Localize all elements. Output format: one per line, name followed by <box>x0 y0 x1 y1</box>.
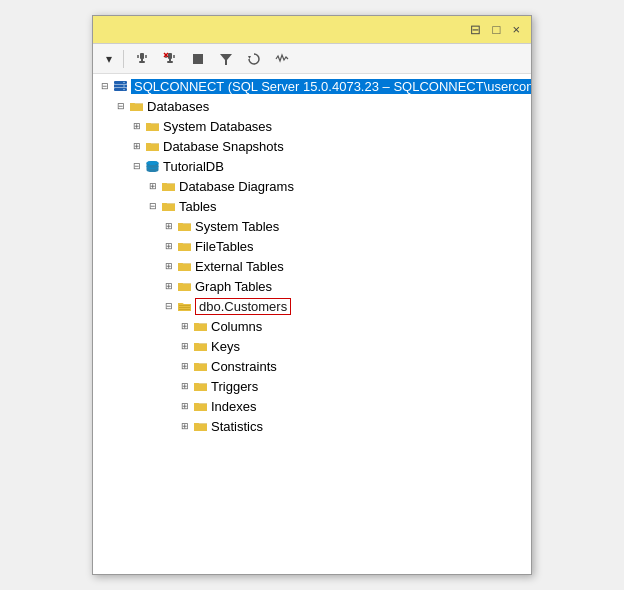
tree-node-triggers[interactable]: Triggers <box>93 376 531 396</box>
tree-node-filetables[interactable]: FileTables <box>93 236 531 256</box>
label-system-tables: System Tables <box>195 219 279 234</box>
svg-rect-2 <box>139 61 145 63</box>
label-triggers: Triggers <box>211 379 258 394</box>
folder-icon <box>193 360 208 373</box>
tree-node-dbo-customers[interactable]: dbo.Customers <box>93 296 531 316</box>
folder-icon <box>177 240 192 253</box>
tree-node-db-diagrams[interactable]: Database Diagrams <box>93 176 531 196</box>
folder-icon <box>177 260 192 273</box>
expander-dbo-customers[interactable] <box>161 301 177 311</box>
disconnect-icon <box>163 52 177 66</box>
title-bar: ⊟ □ × <box>93 16 531 44</box>
label-graph-tables: Graph Tables <box>195 279 272 294</box>
label-keys: Keys <box>211 339 240 354</box>
tree-node-keys[interactable]: Keys <box>93 336 531 356</box>
label-db-diagrams: Database Diagrams <box>179 179 294 194</box>
svg-point-18 <box>123 81 125 83</box>
close-button[interactable]: × <box>509 22 523 37</box>
svg-rect-25 <box>179 309 190 310</box>
svg-rect-0 <box>140 53 144 59</box>
title-bar-controls: ⊟ □ × <box>467 22 523 37</box>
tree-node-statistics[interactable]: Statistics <box>93 416 531 436</box>
toolbar-btn-refresh[interactable] <box>242 50 266 68</box>
tree-node-system-tables[interactable]: System Tables <box>93 216 531 236</box>
tree-node-tutorialdb[interactable]: TutorialDB <box>93 156 531 176</box>
table-icon <box>177 300 192 313</box>
svg-rect-12 <box>193 54 203 64</box>
expander-graph-tables[interactable] <box>161 281 177 291</box>
expander-databases[interactable] <box>113 101 129 111</box>
svg-rect-7 <box>167 61 173 63</box>
refresh-icon <box>247 52 261 66</box>
expander-external-tables[interactable] <box>161 261 177 271</box>
svg-point-22 <box>147 161 159 165</box>
tree-node-system-dbs[interactable]: System Databases <box>93 116 531 136</box>
tree-node-indexes[interactable]: Indexes <box>93 396 531 416</box>
expander-filetables[interactable] <box>161 241 177 251</box>
label-indexes: Indexes <box>211 399 257 414</box>
expander-tutorialdb[interactable] <box>129 161 145 171</box>
activity-icon <box>275 52 289 66</box>
expander-system-tables[interactable] <box>161 221 177 231</box>
toolbar-btn-filter[interactable] <box>214 50 238 68</box>
expander-columns[interactable] <box>177 321 193 331</box>
svg-rect-23 <box>179 305 190 306</box>
connect-button[interactable]: ▾ <box>99 50 117 68</box>
expander-tables[interactable] <box>145 201 161 211</box>
folder-icon <box>161 200 176 213</box>
tree-node-server[interactable]: SQLCONNECT (SQL Server 15.0.4073.23 – SQ… <box>93 76 531 96</box>
expander-indexes[interactable] <box>177 401 193 411</box>
tree-node-tables[interactable]: Tables <box>93 196 531 216</box>
tree-node-external-tables[interactable]: External Tables <box>93 256 531 276</box>
tree-node-databases[interactable]: Databases <box>93 96 531 116</box>
toolbar: ▾ <box>93 44 531 74</box>
filter-icon <box>219 52 233 66</box>
svg-point-20 <box>123 88 125 90</box>
folder-icon <box>177 220 192 233</box>
folder-icon <box>193 380 208 393</box>
label-databases: Databases <box>147 99 209 114</box>
toolbar-btn-1[interactable] <box>130 50 154 68</box>
label-filetables: FileTables <box>195 239 254 254</box>
expander-db-diagrams[interactable] <box>145 181 161 191</box>
svg-rect-24 <box>179 307 190 308</box>
toolbar-btn-3[interactable] <box>186 50 210 68</box>
expander-keys[interactable] <box>177 341 193 351</box>
folder-icon <box>145 140 160 153</box>
svg-marker-14 <box>248 56 251 59</box>
expander-db-snapshots[interactable] <box>129 141 145 151</box>
label-tutorialdb: TutorialDB <box>163 159 224 174</box>
folder-icon <box>193 400 208 413</box>
label-columns: Columns <box>211 319 262 334</box>
svg-marker-13 <box>220 54 232 65</box>
object-explorer-window: ⊟ □ × ▾ <box>92 15 532 575</box>
folder-icon <box>193 420 208 433</box>
folder-icon <box>193 340 208 353</box>
expander-server[interactable] <box>97 81 113 91</box>
svg-rect-16 <box>114 84 127 87</box>
expander-triggers[interactable] <box>177 381 193 391</box>
label-dbo-customers: dbo.Customers <box>195 298 291 315</box>
svg-rect-15 <box>114 81 127 84</box>
svg-rect-5 <box>168 53 172 59</box>
stop-icon <box>191 52 205 66</box>
tree-node-columns[interactable]: Columns <box>93 316 531 336</box>
float-button[interactable]: □ <box>490 22 504 37</box>
tree-node-graph-tables[interactable]: Graph Tables <box>93 276 531 296</box>
label-system-dbs: System Databases <box>163 119 272 134</box>
expander-system-dbs[interactable] <box>129 121 145 131</box>
toolbar-btn-activity[interactable] <box>270 50 294 68</box>
pin-button[interactable]: ⊟ <box>467 22 484 37</box>
folder-icon <box>177 280 192 293</box>
tree-node-db-snapshots[interactable]: Database Snapshots <box>93 136 531 156</box>
toolbar-separator-1 <box>123 50 124 68</box>
label-db-snapshots: Database Snapshots <box>163 139 284 154</box>
label-constraints: Constraints <box>211 359 277 374</box>
folder-icon <box>193 320 208 333</box>
tree-node-constraints[interactable]: Constraints <box>93 356 531 376</box>
toolbar-btn-2[interactable] <box>158 50 182 68</box>
label-statistics: Statistics <box>211 419 263 434</box>
db-icon <box>145 160 160 173</box>
expander-constraints[interactable] <box>177 361 193 371</box>
expander-statistics[interactable] <box>177 421 193 431</box>
